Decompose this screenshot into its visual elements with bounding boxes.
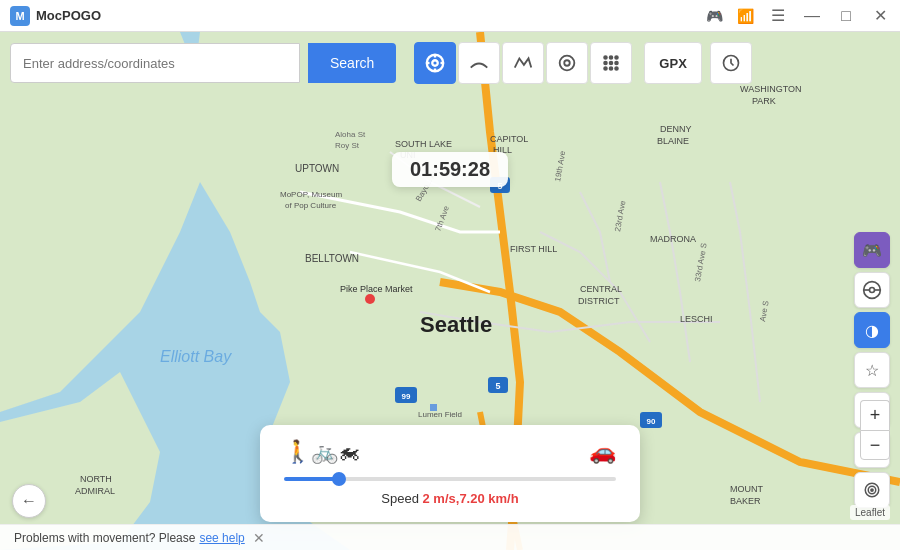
- teleport-mode-button[interactable]: [414, 42, 456, 84]
- right-sidebar: 🎮 ◑ ☆ ↻ ⧉: [854, 232, 890, 508]
- svg-text:WASHINGTON: WASHINGTON: [740, 84, 802, 94]
- zoom-in-button[interactable]: +: [860, 400, 890, 430]
- svg-text:DENNY: DENNY: [660, 124, 692, 134]
- svg-point-64: [615, 67, 618, 70]
- pokeball-sidebar-button[interactable]: [854, 272, 890, 308]
- leaflet-badge: Leaflet: [850, 505, 890, 520]
- svg-text:ADMIRAL: ADMIRAL: [75, 486, 115, 496]
- scatter-button[interactable]: [590, 42, 632, 84]
- svg-text:DISTRICT: DISTRICT: [578, 296, 620, 306]
- svg-text:SOUTH LAKE: SOUTH LAKE: [395, 139, 452, 149]
- multi-route-button[interactable]: [502, 42, 544, 84]
- svg-text:MOUNT: MOUNT: [730, 484, 763, 494]
- maximize-button[interactable]: □: [836, 7, 856, 25]
- search-button[interactable]: Search: [308, 43, 396, 83]
- speed-value: 2 m/s,7.20 km/h: [423, 491, 519, 506]
- gamepad-sidebar-button[interactable]: 🎮: [854, 232, 890, 268]
- titlebar: M MocPOGO 🎮 📶 ☰ — □ ✕: [0, 0, 900, 32]
- joystick-button[interactable]: [546, 42, 588, 84]
- svg-text:MoPOP, Museum: MoPOP, Museum: [280, 190, 342, 199]
- speed-label: Speed 2 m/s,7.20 km/h: [284, 491, 616, 506]
- svg-point-34: [365, 294, 375, 304]
- svg-text:Aloha St: Aloha St: [335, 130, 366, 139]
- history-button[interactable]: [710, 42, 752, 84]
- speed-slider[interactable]: [284, 477, 616, 481]
- svg-text:NORTH: NORTH: [80, 474, 112, 484]
- gpx-button[interactable]: GPX: [644, 42, 701, 84]
- svg-text:CENTRAL: CENTRAL: [580, 284, 622, 294]
- svg-text:CAPITOL: CAPITOL: [490, 134, 528, 144]
- svg-text:BELLTOWN: BELLTOWN: [305, 253, 359, 264]
- svg-point-58: [615, 56, 618, 59]
- svg-text:of Pop Culture: of Pop Culture: [285, 201, 337, 210]
- svg-point-62: [604, 67, 607, 70]
- nav-icons-group: [414, 42, 632, 84]
- titlebar-controls: 🎮 📶 ☰ — □ ✕: [706, 6, 890, 25]
- svg-text:99: 99: [402, 392, 411, 401]
- zoom-buttons: + −: [860, 400, 890, 460]
- timer-badge: 01:59:28: [392, 152, 508, 187]
- see-help-link[interactable]: see help: [199, 531, 244, 545]
- svg-text:Elliott Bay: Elliott Bay: [160, 348, 232, 365]
- svg-text:BAKER: BAKER: [730, 496, 761, 506]
- zoom-out-button[interactable]: −: [860, 430, 890, 460]
- speed-slider-wrap: [284, 477, 616, 481]
- main-area: 5 5 5 90 99 99 Elliott Bay Sea: [0, 32, 900, 550]
- status-bar: Problems with movement? Please see help …: [0, 524, 900, 550]
- back-button[interactable]: ←: [12, 484, 46, 518]
- svg-text:Pike Place Market: Pike Place Market: [340, 284, 413, 294]
- timer-value: 01:59:28: [410, 158, 490, 180]
- target-sidebar-button[interactable]: [854, 472, 890, 508]
- bottom-panel: 🚶 🚲 🏍 🚗 Speed 2 m/s,7.20 km/h: [260, 425, 640, 522]
- svg-text:BLAINE: BLAINE: [657, 136, 689, 146]
- svg-rect-39: [430, 404, 437, 411]
- wifi-icon: 📶: [737, 8, 754, 24]
- top-toolbar: Search GPX: [10, 42, 890, 84]
- status-text: Problems with movement? Please: [14, 531, 195, 545]
- svg-point-56: [604, 56, 607, 59]
- speed-text: Speed: [381, 491, 422, 506]
- svg-text:PARK: PARK: [752, 96, 776, 106]
- svg-text:LESCHI: LESCHI: [680, 314, 713, 324]
- close-button[interactable]: ✕: [870, 6, 890, 25]
- svg-text:Lumen Field: Lumen Field: [418, 410, 462, 419]
- svg-point-59: [604, 62, 607, 65]
- status-close-button[interactable]: ✕: [253, 530, 265, 546]
- svg-text:5: 5: [495, 381, 500, 391]
- svg-text:Seattle: Seattle: [420, 312, 492, 337]
- motorcycle-mode-button[interactable]: 🏍: [338, 439, 360, 465]
- svg-point-63: [610, 67, 613, 70]
- svg-point-60: [610, 62, 613, 65]
- svg-text:MADRONA: MADRONA: [650, 234, 696, 244]
- svg-point-55: [565, 60, 571, 66]
- app-title: MocPOGO: [36, 8, 101, 23]
- car-mode-button[interactable]: 🚗: [589, 439, 616, 465]
- bicycle-mode-button[interactable]: 🚲: [311, 439, 338, 465]
- svg-point-61: [615, 62, 618, 65]
- search-input[interactable]: [10, 43, 300, 83]
- app-logo: M: [10, 6, 30, 26]
- svg-point-57: [610, 56, 613, 59]
- route-mode-button[interactable]: [458, 42, 500, 84]
- svg-text:Roy St: Roy St: [335, 141, 360, 150]
- minimize-button[interactable]: —: [802, 7, 822, 25]
- svg-text:FIRST HILL: FIRST HILL: [510, 244, 557, 254]
- svg-text:UPTOWN: UPTOWN: [295, 163, 339, 174]
- menu-icon[interactable]: ☰: [768, 6, 788, 25]
- svg-point-67: [870, 288, 875, 293]
- gamepad-icon[interactable]: 🎮: [706, 8, 723, 24]
- svg-point-70: [871, 489, 873, 491]
- transport-icons: 🚶 🚲 🏍 🚗: [284, 439, 616, 465]
- svg-point-54: [560, 56, 575, 71]
- svg-text:90: 90: [647, 417, 656, 426]
- theme-sidebar-button[interactable]: ◑: [854, 312, 890, 348]
- svg-point-49: [433, 60, 439, 66]
- star-sidebar-button[interactable]: ☆: [854, 352, 890, 388]
- titlebar-left: M MocPOGO: [10, 6, 101, 26]
- walk-mode-button[interactable]: 🚶: [284, 439, 311, 465]
